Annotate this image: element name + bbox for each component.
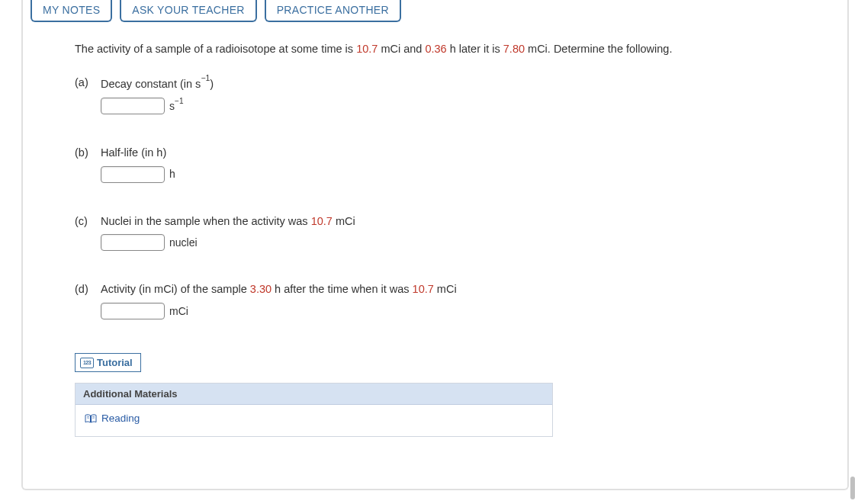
part-d-input[interactable]	[101, 303, 165, 319]
value-activity-ref2: 10.7	[413, 283, 434, 295]
intro-text: h later it is	[447, 43, 503, 55]
part-c: (c) Nuclei in the sample when the activi…	[75, 213, 831, 252]
problem-body: The activity of a sample of a radioisoto…	[23, 23, 847, 319]
part-a-label: (a)	[75, 75, 101, 91]
tutorial-button[interactable]: 123 Tutorial	[75, 353, 141, 372]
part-c-label: (c)	[75, 213, 101, 230]
part-d-label: (d)	[75, 281, 101, 298]
part-d-unit: mCi	[169, 303, 188, 319]
part-a-text: Decay constant (in s−1)	[101, 75, 214, 93]
part-d-text: Activity (in mCi) of the sample 3.30 h a…	[101, 281, 457, 298]
action-tabs: MY NOTES ASK YOUR TEACHER PRACTICE ANOTH…	[23, 0, 847, 22]
part-b-input[interactable]	[101, 166, 165, 183]
reading-label: Reading	[101, 413, 140, 424]
part-a-unit: s−1	[169, 97, 184, 114]
ask-teacher-button[interactable]: ASK YOUR TEACHER	[120, 0, 256, 22]
practice-another-button[interactable]: PRACTICE ANOTHER	[265, 0, 401, 22]
part-c-text: Nuclei in the sample when the activity w…	[101, 213, 355, 230]
part-a: (a) Decay constant (in s−1) s−1	[75, 75, 831, 114]
my-notes-button[interactable]: MY NOTES	[31, 0, 112, 22]
additional-materials-panel: Additional Materials Reading	[75, 383, 553, 437]
part-d: (d) Activity (in mCi) of the sample 3.30…	[75, 281, 831, 319]
value-activity-initial: 10.7	[356, 43, 378, 55]
value-activity-later: 7.80	[503, 43, 525, 55]
part-b-label: (b)	[75, 145, 101, 162]
problem-intro: The activity of a sample of a radioisoto…	[75, 41, 831, 58]
question-container: MY NOTES ASK YOUR TEACHER PRACTICE ANOTH…	[21, 0, 849, 490]
intro-text: The activity of a sample of a radioisoto…	[75, 43, 356, 55]
intro-text: mCi and	[378, 43, 425, 55]
book-icon	[85, 414, 97, 423]
part-c-input[interactable]	[101, 234, 165, 251]
scrollbar-vertical[interactable]	[850, 0, 855, 504]
intro-text: mCi. Determine the following.	[525, 43, 672, 55]
part-c-unit: nuclei	[169, 235, 198, 251]
value-time-after: 3.30	[250, 283, 272, 295]
value-time-elapsed: 0.36	[425, 43, 446, 55]
part-b-unit: h	[169, 166, 175, 182]
part-a-input[interactable]	[101, 98, 165, 114]
part-b-text: Half-life (in h)	[101, 145, 166, 162]
value-activity-ref: 10.7	[311, 215, 333, 227]
reading-link[interactable]: Reading	[85, 413, 140, 424]
scrollbar-thumb[interactable]	[850, 477, 855, 499]
tutorial-label: Tutorial	[97, 357, 133, 368]
tutorial-icon: 123	[80, 358, 94, 368]
additional-materials-header: Additional Materials	[76, 384, 552, 405]
part-b: (b) Half-life (in h) h	[75, 145, 831, 183]
